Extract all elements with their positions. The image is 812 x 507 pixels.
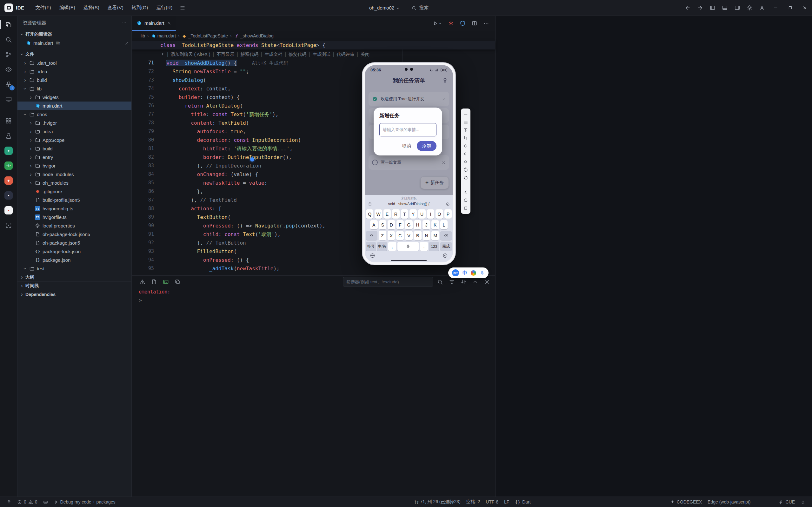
emulator-to-top-icon[interactable] [463, 127, 468, 133]
activitybar-preview-eye[interactable] [1, 62, 16, 76]
key-U[interactable]: U [418, 209, 425, 219]
tree-item-package.json[interactable]: ›{}package.json [17, 256, 131, 264]
sidebar-section-1[interactable]: ›时间线 [17, 281, 131, 290]
emulator-back-icon[interactable] [463, 190, 468, 195]
tree-item-ohos[interactable]: ›ohos [17, 110, 131, 119]
codegeex-status[interactable]: CODEGEEX [670, 499, 702, 504]
toggle-sidebar-icon[interactable] [709, 5, 715, 11]
panel-split-icon[interactable] [461, 279, 467, 285]
panel-expand-icon[interactable] [472, 279, 478, 285]
tree-item-.gitignore[interactable]: ›.gitignore [17, 187, 131, 196]
tab-close-icon[interactable] [167, 21, 171, 25]
key-voice[interactable] [397, 242, 419, 251]
tree-item-build[interactable]: ›build [17, 76, 131, 84]
codelens-action-0[interactable]: 添加到聊天 ( Alt+X ) [168, 50, 213, 59]
add-button[interactable]: 添加 [417, 141, 436, 151]
activitybar-grid[interactable] [1, 114, 16, 128]
window-close-icon[interactable] [797, 0, 812, 16]
breadcrumb-item-2[interactable]: ◆_TodoListPageState [182, 33, 228, 38]
key-T[interactable]: T [401, 209, 408, 219]
tree-item-hvigorconfig.ts[interactable]: ›TShvigorconfig.ts [17, 204, 131, 213]
tree-item-oh_modules[interactable]: ›oh_modules [17, 179, 131, 187]
tree-item-local.properties[interactable]: ›local.properties [17, 221, 131, 230]
tree-item-.dart_tool[interactable]: ›.dart_tool [17, 59, 131, 67]
encoding[interactable]: UTF-8 [486, 499, 498, 504]
menu-item-1[interactable]: 编辑(E) [55, 3, 79, 13]
key-V[interactable]: V [405, 231, 413, 240]
problems-indicator[interactable]: 0 0 [17, 499, 38, 504]
tree-item-widgets[interactable]: ›widgets [17, 93, 131, 102]
window-minimize-icon[interactable] [768, 0, 783, 16]
key-M[interactable]: M [431, 231, 439, 240]
menu-item-3[interactable]: 查看(V) [104, 3, 127, 13]
nav-forward-icon[interactable] [697, 5, 703, 11]
ime-lang-indicator[interactable]: 中 [463, 270, 467, 276]
tree-item-package-lock.json[interactable]: ›{}package-lock.json [17, 247, 131, 256]
touch-caret[interactable] [250, 157, 254, 162]
key-C[interactable]: C [396, 231, 404, 240]
activitybar-source-control[interactable] [1, 48, 16, 62]
emulator-home-icon[interactable] [463, 198, 468, 203]
key-X[interactable]: X [388, 231, 395, 240]
indentation[interactable]: 空格: 2 [466, 499, 480, 505]
project-selector[interactable]: oh_demo02 › [369, 5, 400, 11]
ime-mic-icon[interactable] [480, 270, 485, 275]
tab-main-dart[interactable]: main.dart [132, 16, 176, 31]
trae-ai-icon[interactable] [448, 20, 454, 26]
tree-item-test[interactable]: ›test [17, 264, 131, 273]
key-Z[interactable]: Z [379, 231, 386, 240]
activitybar-search[interactable] [1, 33, 16, 47]
key-W[interactable]: W [375, 209, 382, 219]
key-done[interactable]: 完成 [440, 242, 452, 251]
emulator-rotate-icon[interactable] [463, 167, 468, 172]
emulator-minus-icon[interactable] [463, 112, 468, 117]
sidebar-more-icon[interactable] [122, 21, 126, 25]
menu-item-4[interactable]: 转到(G) [127, 3, 152, 13]
key-backspace[interactable] [440, 231, 452, 240]
browser-target[interactable]: Edge (web-javascript) [708, 499, 750, 504]
codelens-action-7[interactable]: 关闭 [358, 50, 372, 59]
emulator-menu-icon[interactable] [463, 120, 468, 125]
key-I[interactable]: I [427, 209, 434, 219]
panel-debug-console-icon[interactable] [163, 279, 169, 285]
tree-item-main.dart[interactable]: ›main.dart [17, 102, 131, 110]
panel-output-icon[interactable] [151, 279, 157, 285]
activitybar-files[interactable] [1, 18, 16, 32]
editor-more-icon[interactable] [483, 20, 489, 26]
activitybar-plugin-red[interactable]: ▲ [1, 204, 16, 217]
ime-switch-icon[interactable] [370, 253, 375, 258]
key-symbols[interactable]: 符号 [366, 242, 376, 251]
key-L[interactable]: L [440, 220, 448, 229]
codelens-action-2[interactable]: 解释代码 [238, 50, 261, 59]
codelens-action-6[interactable]: 代码评审 [334, 50, 357, 59]
tree-item-.hvigor[interactable]: ›.hvigor [17, 119, 131, 127]
activitybar-scan[interactable] [1, 218, 16, 232]
ime-assistant-icon[interactable] [471, 270, 476, 276]
key-G[interactable]: G [405, 220, 413, 229]
key-Q[interactable]: Q [366, 209, 373, 219]
menu-item-5[interactable]: 运行(R) [152, 3, 176, 13]
run-file-button[interactable]: › [433, 20, 442, 26]
voice-input-icon[interactable] [442, 253, 448, 258]
key-numbers[interactable]: 123 [429, 242, 439, 251]
tree-item-.idea[interactable]: ›.idea [17, 127, 131, 136]
key-F[interactable]: F [396, 220, 404, 229]
key-D[interactable]: D [388, 220, 395, 229]
clipboard-suggestion[interactable]: void _showAddDialog() { [365, 200, 453, 208]
nav-back-icon[interactable] [685, 5, 691, 11]
breadcrumb-item-0[interactable]: lib [141, 33, 145, 38]
tree-item-AppScope[interactable]: ›AppScope [17, 136, 131, 145]
key-S[interactable]: S [379, 220, 387, 229]
task-title-input[interactable]: 请输入要做的事情... [379, 123, 436, 136]
console-prompt[interactable]: > [132, 295, 495, 303]
panel-editor-icon[interactable] [175, 279, 181, 285]
notifications-bell[interactable] [801, 500, 805, 504]
window-maximize-icon[interactable] [783, 0, 797, 16]
cursor-position[interactable]: 行 71, 列 26 (已选择23) [414, 499, 461, 505]
open-editor-item[interactable]: main.dart lib [17, 39, 131, 47]
tree-item-entry[interactable]: ›entry [17, 153, 131, 162]
more-menus-icon[interactable] [180, 5, 185, 11]
key-R[interactable]: R [392, 209, 399, 219]
previewer-icon[interactable] [459, 20, 466, 26]
key-shift[interactable] [366, 231, 377, 240]
